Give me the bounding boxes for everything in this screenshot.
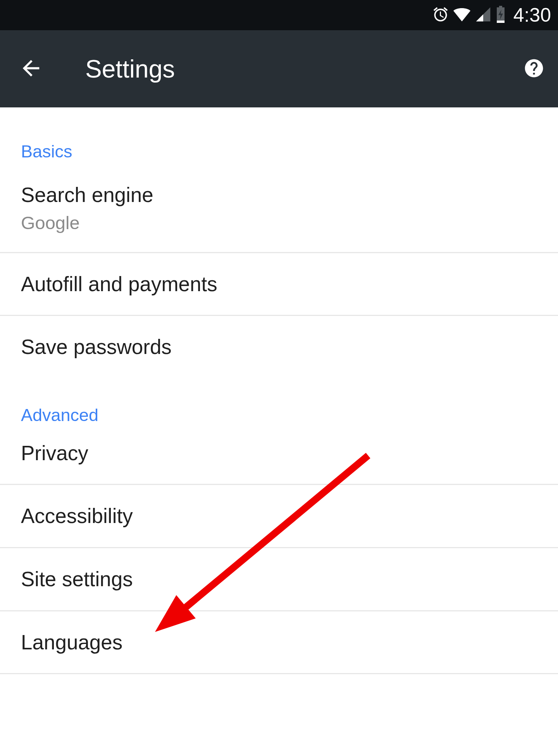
page-title: Settings xyxy=(85,55,523,83)
settings-item-accessibility[interactable]: Accessibility xyxy=(0,485,558,548)
item-title: Save passwords xyxy=(21,335,537,359)
item-title: Accessibility xyxy=(21,504,537,528)
settings-item-site-settings[interactable]: Site settings xyxy=(0,548,558,611)
battery-icon xyxy=(495,5,506,25)
wifi-icon xyxy=(452,6,472,24)
section-header-advanced: Advanced xyxy=(0,378,558,433)
status-bar: 4:30 xyxy=(0,0,558,30)
status-time: 4:30 xyxy=(513,4,551,26)
settings-content: Basics Search engine Google Autofill and… xyxy=(0,107,558,674)
settings-item-autofill[interactable]: Autofill and payments xyxy=(0,253,558,316)
item-subtitle: Google xyxy=(21,212,537,233)
app-bar: Settings xyxy=(0,30,558,107)
section-header-basics: Basics xyxy=(0,107,558,175)
settings-item-search-engine[interactable]: Search engine Google xyxy=(0,175,558,253)
svg-rect-2 xyxy=(497,21,505,23)
item-title: Languages xyxy=(21,630,537,655)
item-title: Site settings xyxy=(21,567,537,592)
svg-rect-1 xyxy=(499,6,502,8)
settings-item-save-passwords[interactable]: Save passwords xyxy=(0,316,558,378)
alarm-icon xyxy=(432,6,449,24)
status-icons xyxy=(432,5,506,25)
settings-item-languages[interactable]: Languages xyxy=(0,611,558,675)
back-button[interactable] xyxy=(19,56,43,82)
help-button[interactable] xyxy=(523,57,545,81)
arrow-back-icon xyxy=(19,56,43,82)
item-title: Search engine xyxy=(21,183,537,207)
item-title: Privacy xyxy=(21,441,537,466)
settings-item-privacy[interactable]: Privacy xyxy=(0,433,558,485)
item-title: Autofill and payments xyxy=(21,272,537,297)
cellular-signal-icon xyxy=(475,6,492,24)
help-icon xyxy=(523,57,545,81)
